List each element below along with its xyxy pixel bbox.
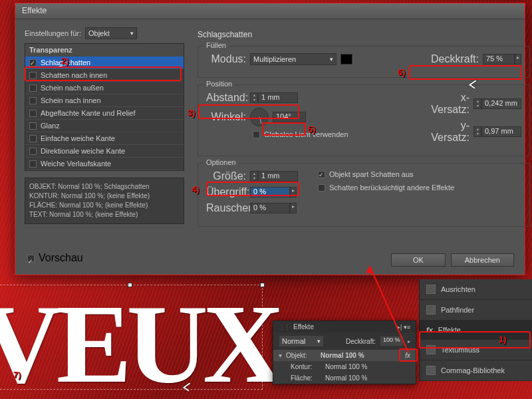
effect-item[interactable]: Schatten nach innen <box>25 69 184 82</box>
panel-pathfinder[interactable]: Pathfinder <box>420 300 532 321</box>
panel-commag[interactable]: Commag-Bibliothek <box>420 360 532 381</box>
effect-item[interactable]: Schein nach innen <box>25 94 184 107</box>
checkbox-icon[interactable] <box>29 148 37 155</box>
modus-label: Modus: <box>206 53 246 65</box>
effect-item[interactable]: Glanz <box>25 120 184 132</box>
vorschau-checkbox[interactable]: Vorschau <box>27 252 83 264</box>
groesse-label: Größe: <box>206 170 246 182</box>
modus-select[interactable]: Multiplizieren <box>250 53 336 65</box>
ok-button[interactable]: OK <box>391 253 446 267</box>
fx-row-kontur[interactable]: Kontur:Normal 100 % <box>273 361 416 372</box>
deckkraft-label: Deckkraft: <box>431 53 479 65</box>
checkbox-icon[interactable] <box>29 84 37 92</box>
pathfinder-icon <box>426 305 436 315</box>
deckkraft-input[interactable]: 75 %▸ <box>483 54 521 65</box>
spart-label: Objekt spart Schatten aus <box>329 170 414 178</box>
fx-row-flaeche[interactable]: Fläche:Normal 100 % <box>273 372 416 384</box>
uebergriff-input[interactable]: 0 %▸ <box>250 187 297 198</box>
xversatz-label: x-Versatz: <box>430 92 469 116</box>
group-label: Optionen <box>203 158 239 166</box>
checkbox-icon[interactable] <box>318 184 325 192</box>
color-swatch[interactable] <box>340 54 352 65</box>
settings-for-label: Einstellungen für: <box>25 29 81 37</box>
handle-n[interactable] <box>128 283 132 287</box>
dialog-title: Effekte <box>15 3 525 19</box>
group-label: Füllen <box>203 41 229 49</box>
panels: Ausrichten Pathfinder fxEffekte Textumfl… <box>419 279 532 381</box>
checkbox-icon[interactable] <box>29 97 37 104</box>
winkel-input[interactable]: 104° <box>273 112 306 122</box>
fx-row-objekt[interactable]: ▾Objekt:Normal 100 %fx <box>273 350 416 361</box>
fx-icon: fx <box>426 326 433 334</box>
settings-for-select[interactable]: Objekt <box>85 27 137 39</box>
angle-dial[interactable] <box>250 108 269 126</box>
handle-ne[interactable] <box>260 283 265 287</box>
checkbox-icon <box>27 255 35 262</box>
align-icon <box>426 285 436 294</box>
group-fill: Füllen Modus: Multiplizieren Deckkraft: … <box>198 46 530 78</box>
selection-frame[interactable] <box>0 285 263 390</box>
library-icon <box>426 366 436 375</box>
effect-item[interactable]: Weiche Verlaufskante <box>25 158 184 170</box>
checkbox-icon[interactable] <box>318 171 325 178</box>
checkbox-icon[interactable] <box>253 131 260 138</box>
group-position: Position Abstand: ▴▾1 mm Winkel: 104° Gl… <box>198 84 530 156</box>
cancel-button[interactable]: Abbrechen <box>451 253 514 267</box>
yversatz-label: y-Versatz: <box>430 120 469 144</box>
fx-mode-select[interactable]: Normal <box>279 335 324 347</box>
checkbox-icon[interactable] <box>29 110 37 117</box>
checkbox-icon[interactable] <box>29 59 37 66</box>
effects-dialog: Effekte Einstellungen für: Objekt Transp… <box>15 3 525 275</box>
groesse-input[interactable]: ▴▾1 mm <box>250 171 298 182</box>
panel-textumfluss[interactable]: Textumfluss <box>420 340 532 360</box>
fx-icon[interactable]: fx <box>405 352 410 359</box>
effect-item[interactable]: Direktionale weiche Kante <box>25 145 184 158</box>
effect-item-schlagschatten[interactable]: Schlagschatten <box>25 57 184 69</box>
group-label: Position <box>203 80 235 88</box>
abstand-input[interactable]: ▴▾1 mm <box>250 92 298 103</box>
panel-effekte[interactable]: fxEffekte <box>420 321 532 340</box>
panel-ausrichten[interactable]: Ausrichten <box>420 279 532 300</box>
checkbox-icon[interactable] <box>29 72 37 79</box>
textwrap-icon <box>426 345 436 354</box>
checkbox-icon[interactable] <box>29 122 37 130</box>
effect-item[interactable]: Einfache weiche Kante <box>25 132 184 145</box>
effects-list: Transparenz Schlagschatten Schatten nach… <box>25 43 184 171</box>
effects-list-header: Transparenz <box>25 44 184 57</box>
fx-panel-tab[interactable]: ⋮⋮Effekte▸| ▾≡ <box>273 321 416 332</box>
rauschen-label: Rauschen: <box>206 202 246 214</box>
fx-floating-panel: ⋮⋮Effekte▸| ▾≡ Normal Deckkraft: 100 %▸ … <box>273 321 416 384</box>
uebergriff-label: Übergriff: <box>206 186 246 198</box>
fx-deck-input[interactable]: 100 % <box>380 336 404 346</box>
effect-item[interactable]: Abgeflachte Kante und Relief <box>25 107 184 120</box>
winkel-label: Winkel: <box>206 111 246 123</box>
yversatz-input[interactable]: ▴▾0,97 mm <box>473 126 521 137</box>
andere-label: Schatten berücksichtigt andere Effekte <box>329 184 454 192</box>
abstand-label: Abstand: <box>206 92 246 104</box>
info-box: OBJEKT: Normal 100 %; Schlagschatten KON… <box>25 178 184 224</box>
section-title: Schlagschatten <box>198 30 530 39</box>
rauschen-input[interactable]: 0 %▸ <box>250 203 297 213</box>
group-options: Optionen Größe: ▴▾1 mm Übergriff: 0 %▸ R… <box>198 163 530 227</box>
fx-deck-label: Deckkraft: <box>346 338 376 345</box>
globales-label: Globales Licht verwenden <box>264 130 348 138</box>
checkbox-icon[interactable] <box>29 160 37 168</box>
checkbox-icon[interactable] <box>29 135 37 142</box>
effect-item[interactable]: Schein nach außen <box>25 82 184 94</box>
xversatz-input[interactable]: ▴▾0,242 mm <box>473 98 521 109</box>
